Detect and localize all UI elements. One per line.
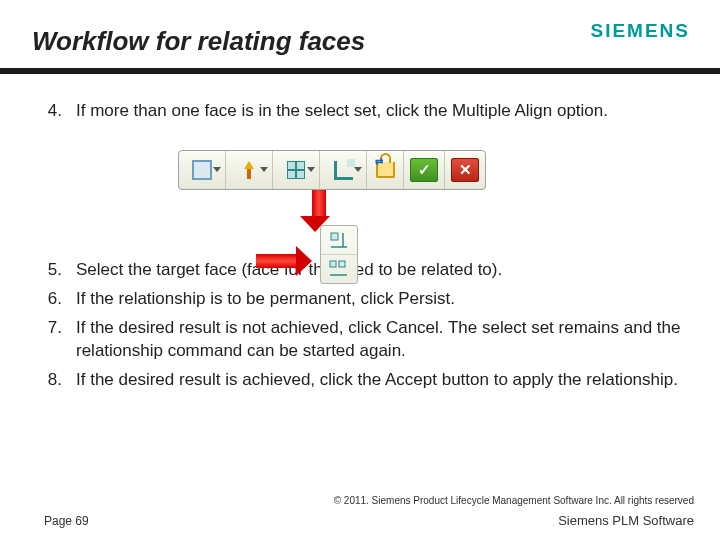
multiple-align-icon	[287, 161, 305, 179]
step-number: 6.	[44, 288, 62, 311]
step-number: 7.	[44, 317, 62, 363]
select-rectangle-icon	[192, 160, 212, 180]
align-multiple-icon	[329, 260, 349, 278]
red-arrow-right-icon	[256, 254, 312, 276]
step-number: 4.	[44, 100, 62, 123]
align-type-button[interactable]	[320, 151, 367, 189]
align-dropdown	[320, 225, 358, 284]
list-item: 8. If the desired result is achieved, cl…	[44, 369, 688, 392]
step-list: 4. If more than one face is in the selec…	[44, 100, 688, 123]
page-title: Workflow for relating faces	[32, 26, 365, 57]
list-item: 4. If more than one face is in the selec…	[44, 100, 688, 123]
cancel-button[interactable]: ✕	[445, 151, 485, 189]
siemens-logo: SIEMENS	[590, 20, 690, 42]
step-text: Select the target face (face for the see…	[76, 259, 688, 282]
align-single-icon	[329, 231, 349, 249]
product-name: Siemens PLM Software	[558, 513, 694, 528]
svg-rect-0	[331, 233, 338, 240]
check-icon: ✓	[410, 158, 438, 182]
list-item: 6. If the relationship is to be permanen…	[44, 288, 688, 311]
svg-rect-2	[339, 261, 345, 267]
page-number: Page 69	[44, 514, 89, 528]
persist-button[interactable]: ⇄	[367, 151, 404, 189]
step-text: If the desired result is achieved, click…	[76, 369, 688, 392]
lock-icon: ⇄	[376, 162, 395, 178]
step-list: 5. Select the target face (face for the …	[44, 259, 688, 392]
seed-face-icon	[241, 161, 257, 179]
align-single-option[interactable]	[321, 226, 357, 255]
multiple-align-button[interactable]	[273, 151, 320, 189]
svg-rect-1	[330, 261, 336, 267]
step-text: If the relationship is to be permanent, …	[76, 288, 688, 311]
select-rectangle-button[interactable]	[179, 151, 226, 189]
step-number: 5.	[44, 259, 62, 282]
seed-face-button[interactable]	[226, 151, 273, 189]
list-item: 5. Select the target face (face for the …	[44, 259, 688, 282]
relate-faces-toolbar: ⇄ ✓ ✕	[178, 150, 486, 190]
align-multiple-option[interactable]	[321, 255, 357, 283]
header-rule	[0, 68, 720, 74]
accept-button[interactable]: ✓	[404, 151, 445, 189]
step-number: 8.	[44, 369, 62, 392]
step-text: If the desired result is not achieved, c…	[76, 317, 688, 363]
align-type-icon	[334, 161, 353, 180]
copyright-text: © 2011. Siemens Product Lifecycle Manage…	[334, 495, 694, 506]
x-icon: ✕	[451, 158, 479, 182]
step-text: If more than one face is in the select s…	[76, 100, 688, 123]
list-item: 7. If the desired result is not achieved…	[44, 317, 688, 363]
